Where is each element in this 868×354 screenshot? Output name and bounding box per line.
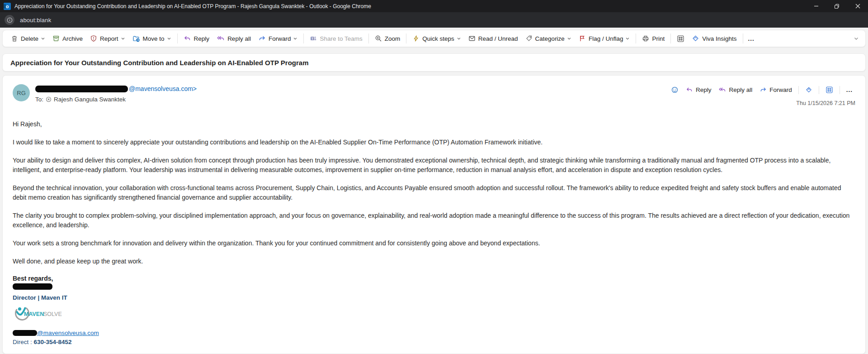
reply-action[interactable]: Reply [683, 85, 714, 95]
address-bar: about:blank [0, 12, 868, 28]
viva-insights-icon [805, 86, 812, 93]
toolbar-divider [177, 33, 178, 43]
smiley-icon [671, 86, 679, 94]
delete-button[interactable]: Delete [7, 33, 49, 44]
toolbar-divider [743, 33, 743, 43]
quick-steps-button[interactable]: Quick steps [409, 33, 465, 44]
browser-titlebar: o Appreciation for Your Outstanding Cont… [0, 0, 868, 12]
zoom-magnifier-icon [375, 35, 382, 42]
share-to-teams-button[interactable]: T Share to Teams [306, 33, 366, 44]
apps-button[interactable] [673, 33, 688, 45]
signature-title: Director | Maven IT [13, 294, 855, 301]
message-body: Hi Rajesh, I would like to take a moment… [13, 120, 855, 266]
body-paragraph: Beyond the technical innovation, your co… [13, 183, 855, 202]
redacted-email-prefix [13, 330, 37, 336]
recipient-name[interactable]: Rajesh Gangula Swanktek [54, 96, 126, 103]
toolbar-divider [670, 33, 671, 43]
signature-direct-line: Direct : 630-354-8452 [13, 339, 855, 345]
reply-all-arrow-icon [217, 35, 225, 42]
viva-insights-button[interactable]: Viva Insights [688, 33, 740, 44]
body-paragraph: The clarity you brought to complex probl… [13, 211, 855, 230]
apps-grid-icon [677, 35, 684, 43]
read-unread-button[interactable]: Read / Unread [465, 33, 522, 44]
report-button[interactable]: Report [86, 33, 129, 44]
flag-unflag-button[interactable]: Flag / Unflag [575, 33, 634, 44]
subject-bar: Appreciation for Your Outstanding Contri… [2, 53, 866, 72]
sender-block: @mavensolveusa.com> To: Rajesh Gangula S… [35, 84, 668, 103]
command-toolbar: Delete Archive Report Move to [2, 30, 866, 47]
svg-text:T: T [311, 37, 313, 40]
sender-email-suffix[interactable]: @mavensolveusa.com> [129, 85, 197, 92]
envelope-icon [468, 35, 476, 42]
toolbar-divider [368, 33, 369, 43]
message-more-button[interactable]: ... [844, 85, 855, 95]
categorize-button[interactable]: Categorize [522, 33, 575, 44]
body-paragraph: Hi Rajesh, [13, 120, 855, 129]
forward-action[interactable]: Forward [757, 85, 795, 95]
direct-number: 630-354-8452 [34, 339, 72, 345]
header-divider [819, 86, 819, 94]
forward-button[interactable]: Forward [255, 33, 302, 44]
chevron-down-icon [167, 36, 171, 41]
body-paragraph: I would like to take a moment to sincere… [13, 138, 855, 147]
svg-text:MAVEN: MAVEN [24, 311, 44, 317]
direct-label: Direct : [13, 339, 32, 345]
apps-grid-icon [826, 86, 833, 94]
reply-arrow-icon [184, 35, 191, 42]
chevron-down-icon [41, 36, 45, 41]
restore-button[interactable] [826, 0, 847, 12]
toolbar-overflow-chevron-icon[interactable] [854, 36, 859, 41]
presence-blocked-icon [46, 96, 52, 102]
mavensolve-logo: MAVEN SOLVE [13, 303, 67, 324]
message-timestamp: Thu 1/15/2026 7:21 PM [796, 100, 855, 106]
signature-block: Best regards, Director | Maven IT MAVEN … [13, 275, 855, 345]
flag-icon [579, 35, 586, 42]
close-button[interactable] [847, 0, 868, 12]
body-paragraph: Your ability to design and deliver this … [13, 156, 855, 175]
sender-avatar[interactable]: RG [13, 84, 30, 101]
message-pane: RG @mavensolveusa.com> To: Rajesh Gangul… [2, 75, 866, 354]
reactions-button[interactable] [668, 84, 681, 96]
viva-insights-action[interactable] [802, 85, 815, 95]
archive-icon [52, 35, 60, 42]
svg-text:SOLVE: SOLVE [43, 311, 62, 317]
chevron-down-icon [457, 36, 461, 41]
toolbar-divider [406, 33, 406, 43]
minimize-button[interactable] [806, 0, 826, 12]
redacted-sender-name [35, 86, 128, 92]
header-divider [840, 86, 840, 94]
chevron-down-icon [625, 36, 630, 41]
page-info-icon[interactable] [5, 15, 14, 25]
signature-email-link[interactable]: @mavensolveusa.com [37, 330, 99, 336]
toolbar-divider [303, 33, 304, 43]
recipient-line: To: Rajesh Gangula Swanktek [35, 96, 668, 103]
sender-line: @mavensolveusa.com> [35, 84, 668, 93]
reply-button[interactable]: Reply [180, 33, 213, 44]
body-paragraph: Well done, and please keep up the great … [13, 257, 855, 266]
teams-icon: T [310, 35, 317, 42]
window-title: Appreciation for Your Outstanding Contri… [14, 3, 371, 10]
reply-all-action[interactable]: Reply all [716, 85, 755, 95]
toolbar-more-button[interactable]: ... [745, 35, 757, 42]
toolbar-divider [636, 33, 636, 43]
outlook-favicon: o [4, 3, 11, 10]
forward-arrow-icon [258, 35, 266, 42]
print-button[interactable]: Print [638, 33, 668, 44]
message-header: RG @mavensolveusa.com> To: Rajesh Gangul… [13, 84, 855, 106]
email-subject: Appreciation for Your Outstanding Contri… [10, 59, 308, 67]
move-to-button[interactable]: Move to [129, 33, 175, 44]
apps-action[interactable] [823, 84, 836, 96]
outlook-workspace: Delete Archive Report Move to [0, 28, 868, 354]
url-text[interactable]: about:blank [20, 17, 51, 24]
signature-closing: Best regards, [13, 275, 855, 282]
signature-email-line: @mavensolveusa.com [13, 329, 855, 336]
chevron-down-icon [121, 36, 125, 41]
message-header-actions: Reply Reply all Forward [668, 84, 855, 106]
window-controls [806, 0, 868, 12]
reply-all-arrow-icon [718, 86, 726, 93]
chevron-down-icon [567, 36, 571, 41]
reply-all-button[interactable]: Reply all [213, 33, 255, 44]
zoom-button[interactable]: Zoom [371, 33, 404, 44]
reply-arrow-icon [686, 86, 693, 93]
archive-button[interactable]: Archive [49, 33, 86, 44]
